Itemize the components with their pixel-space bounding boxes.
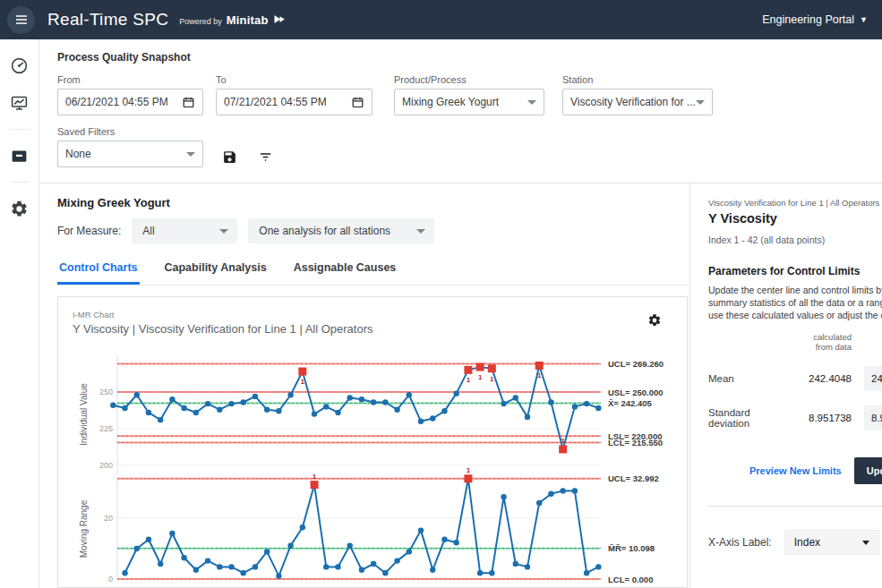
data-point (347, 395, 353, 400)
hamburger-menu-button[interactable] (7, 6, 35, 34)
panel-index-range: Index 1 - 42 (all data points) (708, 234, 882, 245)
data-point (572, 488, 578, 493)
data-point (359, 567, 364, 573)
data-point (110, 403, 116, 408)
station-select[interactable]: Viscosity Verification for ... (562, 89, 713, 115)
xaxis-select[interactable]: Index (784, 530, 879, 555)
ooc-flag-label: 1 (313, 473, 317, 481)
data-point (359, 396, 364, 402)
monitor-chart-icon (10, 94, 29, 113)
panel-divider (708, 506, 882, 507)
filter-icon (258, 149, 273, 165)
chevron-down-icon: ▼ (860, 15, 868, 24)
update-control-limits-button[interactable]: Update Control Limits (854, 457, 882, 484)
for-measure-label: For Measure: (57, 225, 121, 237)
preview-new-limits-link[interactable]: Preview New Limits (749, 465, 842, 476)
tab-capability-analysis[interactable]: Capability Analysis (163, 258, 269, 285)
chevron-down-icon (219, 229, 228, 234)
y-tick-label: 0 (108, 575, 113, 584)
analysis-select[interactable]: One analysis for all stations (248, 218, 434, 243)
data-point (228, 401, 234, 406)
data-point (335, 564, 340, 569)
to-date-input[interactable]: 07/21/2021 04:55 PM (216, 89, 372, 115)
y-tick-label: 225 (99, 424, 113, 433)
to-label: To (216, 74, 372, 85)
data-point (430, 415, 435, 421)
data-point (572, 404, 578, 409)
panel-measure-title: Y Viscosity (708, 211, 882, 226)
mean-input[interactable]: 242.4048 (864, 366, 882, 391)
from-date-input[interactable]: 06/21/2021 04:55 PM (57, 89, 203, 115)
data-point (548, 399, 553, 405)
data-point (146, 537, 151, 542)
chevron-down-icon (527, 100, 536, 105)
chevron-down-icon (416, 229, 425, 234)
data-point (146, 410, 151, 415)
product-select[interactable]: Mixing Greek Yogurt (394, 89, 544, 115)
minitab-logo-icon (273, 13, 287, 25)
data-point (584, 570, 589, 575)
data-point (513, 561, 518, 567)
sidebar-item-archive[interactable] (6, 142, 33, 169)
left-sidebar (0, 39, 39, 588)
data-point (134, 546, 140, 551)
data-point (169, 396, 175, 402)
filter-section: Process Quality Snapshot From 06/21/2021… (39, 39, 882, 183)
y-tick-label: 200 (99, 461, 113, 470)
data-point (525, 414, 530, 420)
data-point (241, 570, 246, 575)
data-point (347, 542, 353, 548)
out-of-control-point (464, 474, 472, 482)
ooc-flag-label: 1 (537, 371, 542, 379)
data-point (595, 405, 601, 411)
data-point (548, 491, 553, 497)
table-row: Mean 242.4048 242.4048 (708, 366, 882, 391)
data-point (453, 540, 458, 545)
params-description: Update the center line and control limit… (708, 284, 882, 321)
from-label: From (57, 74, 203, 85)
stddev-label: Standard deviation (708, 407, 785, 429)
chevron-down-icon (696, 100, 705, 105)
to-date-value: 07/21/2021 04:55 PM (224, 96, 327, 108)
data-point (264, 549, 270, 554)
y-tick-label: 20 (104, 514, 113, 523)
chart-title: Y Viscosity | Viscosity Verification for… (73, 322, 687, 336)
hamburger-icon (14, 13, 29, 27)
data-point (217, 406, 222, 412)
mean-label: Mean (708, 373, 785, 384)
chart-settings-button[interactable] (647, 313, 662, 331)
out-of-control-point (559, 445, 567, 453)
station-value: Viscosity Verification for ... (570, 96, 696, 108)
data-point (323, 404, 329, 409)
sidebar-item-monitoring[interactable] (6, 89, 33, 116)
data-point (158, 561, 163, 567)
ref-line-label: LCL= 0.000 (608, 575, 653, 584)
stats-table: calculated from data Mean 242.4048 242.4… (708, 332, 882, 430)
data-point (181, 405, 186, 411)
chart-type-label: I-MR Chart (73, 310, 687, 320)
sidebar-item-dashboard[interactable] (6, 52, 33, 79)
tab-assignable-causes[interactable]: Assignable Causes (292, 258, 398, 285)
save-filter-button[interactable] (216, 143, 243, 170)
stddev-input[interactable]: 8.951738 (864, 405, 882, 430)
filter-options-button[interactable] (252, 143, 278, 170)
data-point (382, 570, 388, 575)
measure-select[interactable]: All (132, 218, 237, 243)
data-point (264, 406, 270, 412)
sidebar-item-settings[interactable] (6, 195, 33, 222)
data-point (312, 411, 317, 416)
saved-filters-select[interactable]: None (57, 141, 203, 167)
data-point (253, 394, 258, 399)
data-point (430, 567, 435, 573)
data-point (501, 494, 506, 499)
portal-selector[interactable]: Engineering Portal ▼ (762, 13, 868, 26)
analysis-value: One analysis for all stations (259, 225, 390, 237)
tab-control-charts[interactable]: Control Charts (57, 258, 140, 285)
ref-line-label: UCL= 32.992 (608, 473, 659, 483)
chevron-down-icon (862, 541, 869, 545)
tab-bar: Control Charts Capability Analysis Assig… (57, 258, 688, 285)
data-point (205, 558, 210, 563)
main-panel: Mixing Greek Yogurt For Measure: All One… (39, 183, 689, 588)
panel-station-line: Viscosity Verification for Line 1 | All … (708, 198, 882, 208)
mean-calculated-value: 242.4048 (785, 373, 852, 384)
